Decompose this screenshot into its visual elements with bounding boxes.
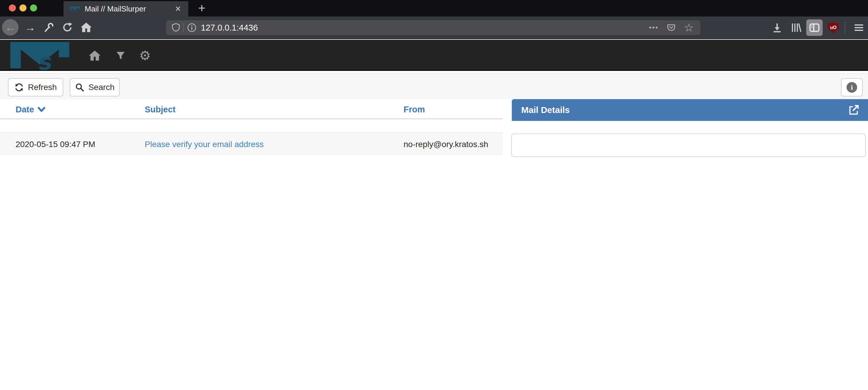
mail-subject-link[interactable]: Please verify your email address <box>145 140 264 149</box>
info-icon: i <box>846 82 857 93</box>
toolbar-divider <box>845 22 845 33</box>
filter-funnel-icon <box>116 51 126 61</box>
address-bar[interactable]: 127.0.0.1:4436 ••• ☆ <box>166 20 700 35</box>
mailslurper-page: s ⚙ <box>0 40 868 390</box>
nav-filter-button[interactable] <box>112 47 129 64</box>
browser-titlebar: s Mail // MailSlurper ✕ + <box>0 0 868 17</box>
wrench-button[interactable] <box>40 19 57 36</box>
search-button-label: Search <box>89 83 115 92</box>
window-close-button[interactable] <box>9 4 16 11</box>
sort-chevron-down-icon <box>38 106 45 113</box>
nav-home-button[interactable] <box>87 47 103 64</box>
mailslurper-navbar: s ⚙ <box>0 40 868 71</box>
gear-icon: ⚙ <box>139 49 151 62</box>
library-button[interactable] <box>788 20 804 36</box>
search-icon <box>75 83 85 92</box>
window-zoom-button[interactable] <box>30 4 37 11</box>
browser-tab[interactable]: s Mail // MailSlurper ✕ <box>64 1 188 17</box>
urlbar-divider <box>183 23 184 32</box>
reload-button[interactable] <box>59 19 76 36</box>
downloads-button[interactable] <box>769 20 785 36</box>
back-button[interactable]: ← <box>2 19 19 36</box>
mail-subject-cell: Please verify your email address <box>145 133 264 156</box>
url-text[interactable]: 127.0.0.1:4436 <box>201 23 649 33</box>
empty-table-row <box>0 119 503 132</box>
open-in-new-window-button[interactable] <box>848 104 860 116</box>
refresh-button[interactable]: Refresh <box>8 78 63 96</box>
sidebar-toggle-button[interactable] <box>806 20 823 36</box>
page-actions-icon[interactable]: ••• <box>649 24 658 31</box>
actions-bar: Refresh Search i <box>0 73 868 99</box>
browser-toolbar: ← → <box>0 17 868 39</box>
column-header-date-label: Date <box>16 99 34 119</box>
column-header-from[interactable]: From <box>404 99 425 119</box>
refresh-icon <box>14 83 24 92</box>
download-icon <box>772 22 783 33</box>
arrow-left-icon: ← <box>5 22 16 33</box>
tracking-protection-shield-icon[interactable] <box>171 23 181 33</box>
search-button[interactable]: Search <box>70 78 120 96</box>
new-tab-button[interactable]: + <box>194 2 210 16</box>
nav-settings-button[interactable]: ⚙ <box>137 47 153 64</box>
home-icon <box>89 50 101 62</box>
tab-close-icon[interactable]: ✕ <box>173 4 183 14</box>
mail-table-row[interactable]: 2020-05-15 09:47 PM Please verify your e… <box>0 132 503 155</box>
mailslurper-favicon-icon: s <box>70 6 80 11</box>
mail-details-body <box>511 133 866 157</box>
sidebar-icon <box>809 22 820 33</box>
home-icon <box>80 22 92 33</box>
arrow-right-icon: → <box>24 22 36 33</box>
window-minimize-button[interactable] <box>20 4 27 11</box>
hamburger-icon <box>855 23 863 32</box>
site-info-icon[interactable] <box>187 23 197 33</box>
bookmark-star-icon[interactable]: ☆ <box>684 22 694 33</box>
column-header-subject-label: Subject <box>145 99 176 119</box>
mail-details-title: Mail Details <box>521 105 848 115</box>
pocket-icon[interactable] <box>666 23 676 33</box>
menu-button[interactable] <box>850 20 867 36</box>
column-header-date[interactable]: Date <box>16 99 45 119</box>
wrench-icon <box>43 22 54 33</box>
mail-date-cell: 2020-05-15 09:47 PM <box>16 133 95 156</box>
column-header-subject[interactable]: Subject <box>145 99 176 119</box>
ublock-origin-button[interactable]: uO <box>825 20 841 36</box>
reload-icon <box>62 22 73 33</box>
refresh-button-label: Refresh <box>28 83 57 92</box>
mail-table-header-row: Date Subject From <box>0 99 503 119</box>
mailslurper-logo[interactable]: s <box>7 42 73 71</box>
screen: s Mail // MailSlurper ✕ + ← → <box>0 0 868 390</box>
library-icon <box>790 22 802 33</box>
mail-from-cell: no-reply@ory.kratos.sh <box>404 133 488 156</box>
ublock-shield-icon: uO <box>828 22 839 33</box>
forward-button[interactable]: → <box>22 19 38 36</box>
home-button[interactable] <box>78 19 95 36</box>
tab-title: Mail // MailSlurper <box>85 4 173 13</box>
external-link-icon <box>848 104 860 116</box>
info-button[interactable]: i <box>841 78 863 96</box>
mail-details-header: Mail Details <box>512 99 868 121</box>
column-header-from-label: From <box>404 99 425 119</box>
mail-list-table: Date Subject From 2020-05-15 09:47 PM <box>0 99 503 155</box>
